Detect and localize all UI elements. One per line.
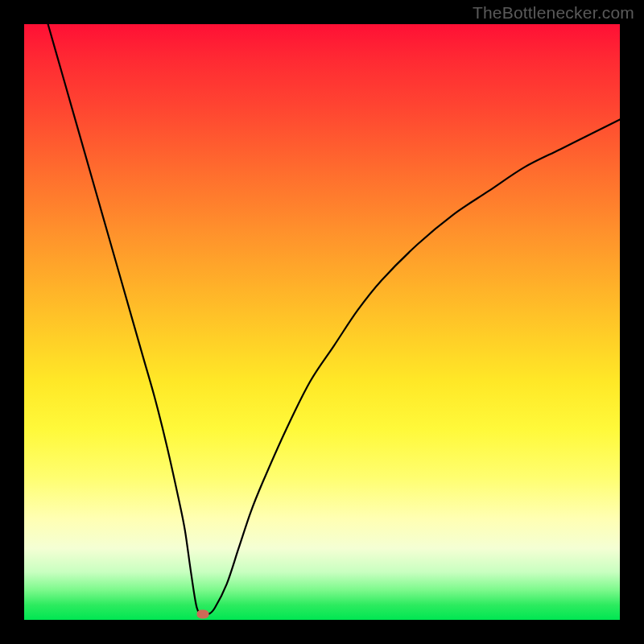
plot-area xyxy=(24,24,620,620)
optimum-marker xyxy=(197,609,209,618)
watermark-text: TheBottlenecker.com xyxy=(473,3,634,23)
chart-frame: TheBottlenecker.com xyxy=(0,0,644,644)
bottleneck-curve xyxy=(48,24,620,615)
curve-svg xyxy=(24,24,620,620)
